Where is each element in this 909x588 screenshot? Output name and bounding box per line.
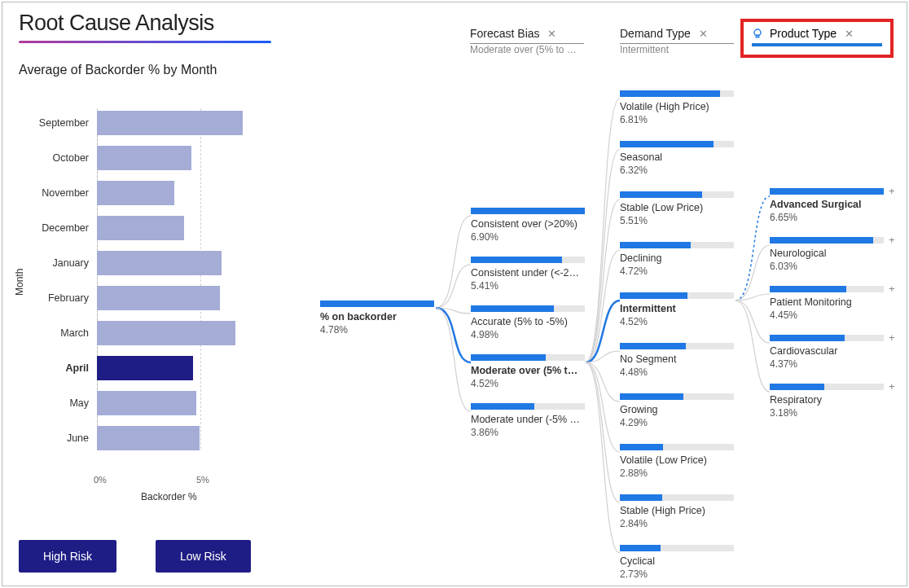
bar-row[interactable]: March [33,315,278,350]
tree-node[interactable]: Cardiovascular4.37% [770,335,884,370]
bar-category: January [33,257,97,269]
node-value: 4.78% [320,324,434,336]
node-label: Cyclical [620,555,734,568]
x-tick-5: 5% [196,475,209,485]
tree-node[interactable]: Seasonal6.32% [620,141,734,176]
decomposition-tree: Forecast Bias ✕ Moderate over (5% to … D… [312,27,898,573]
node-label: Neurological [770,248,884,261]
node-label: % on backorder [320,311,434,324]
node-value: 2.73% [620,568,734,580]
bar-fill [97,321,235,345]
bar-row[interactable]: April [33,350,278,385]
node-value: 6.65% [770,212,884,223]
expand-icon[interactable]: + [889,380,895,393]
bar-fill [97,181,174,205]
node-label: Moderate under (-5% … [471,414,585,427]
node-value: 6.90% [471,231,585,243]
bar-row[interactable]: September [33,105,278,140]
node-value: 4.29% [620,417,734,428]
node-value: 4.45% [770,309,884,321]
node-label: Moderate over (5% t… [471,365,585,378]
bar-category: October [33,152,97,164]
bar-fill [97,251,222,275]
bar-fill [97,216,184,240]
bar-fill [97,286,220,310]
node-label: Respiratory [770,394,884,407]
column-forecast-bias[interactable]: Forecast Bias ✕ Moderate over (5% to … [470,27,584,55]
node-label: Patient Monitoring [770,296,884,309]
bar-fill [97,391,196,415]
node-value: 4.72% [620,265,734,277]
tree-node[interactable]: Moderate under (-5% …3.86% [471,403,585,438]
tree-node[interactable]: Consistent under (<-2…5.41% [471,257,585,292]
bar-category: April [33,362,97,374]
tree-node[interactable]: Neurological6.03% [770,237,884,272]
tree-node[interactable]: No Segment4.48% [620,343,734,378]
tree-node[interactable]: Advanced Surgical6.65% [770,188,884,223]
col-sub: Moderate over (5% to … [470,44,584,55]
tree-node[interactable]: Intermittent4.52% [620,292,734,327]
col-sub: Intermittent [620,44,734,55]
tree-node[interactable]: Growing4.29% [620,393,734,428]
bar-row[interactable]: October [33,140,278,175]
root-node[interactable]: % on backorder 4.78% [320,301,434,336]
tree-node[interactable]: Moderate over (5% t…4.52% [471,354,585,389]
tree-node[interactable]: Volatile (Low Price)2.88% [620,444,734,479]
high-risk-button[interactable]: High Risk [19,540,116,573]
node-label: Accurate (5% to -5%) [471,316,585,329]
close-icon[interactable]: ✕ [699,28,708,40]
node-value: 4.98% [471,329,585,340]
node-label: Cardiovascular [770,345,884,358]
bar-row[interactable]: January [33,245,278,280]
node-value: 3.86% [471,427,585,438]
node-label: Intermittent [620,303,734,316]
node-value: 4.37% [770,358,884,370]
node-value: 4.52% [620,316,734,327]
bar-row[interactable]: December [33,210,278,245]
tree-node[interactable]: Accurate (5% to -5%)4.98% [471,305,585,340]
low-risk-button[interactable]: Low Risk [156,540,251,573]
tree-node[interactable]: Volatile (High Price)6.81% [620,90,734,125]
node-value: 2.84% [620,518,734,529]
node-label: Advanced Surgical [770,199,884,212]
bar-category: March [33,327,97,339]
bar-category: December [33,222,97,234]
bar-row[interactable]: November [33,175,278,210]
node-label: No Segment [620,353,734,366]
expand-icon[interactable]: + [889,185,895,197]
node-label: Growing [620,404,734,417]
col-title: Forecast Bias [470,27,540,40]
node-label: Consistent under (<-2… [471,267,585,280]
expand-icon[interactable]: + [889,234,895,246]
bar-category: June [33,432,97,444]
bar-fill [97,146,191,170]
backorder-bar-chart: Month Backorder % SeptemberOctoberNovemb… [19,100,296,499]
node-label: Consistent over (>20%) [471,218,585,231]
bar-row[interactable]: February [33,280,278,315]
node-value: 2.88% [620,467,734,479]
node-label: Stable (High Price) [620,505,734,518]
node-value: 4.52% [471,378,585,389]
node-label: Declining [620,252,734,265]
tree-node[interactable]: Stable (High Price)2.84% [620,494,734,529]
x-tick-0: 0% [94,475,107,485]
close-icon[interactable]: ✕ [547,28,556,40]
expand-icon[interactable]: + [889,283,895,295]
bar-row[interactable]: May [33,385,278,420]
tree-node[interactable]: Cyclical2.73% [620,545,734,580]
tree-node[interactable]: Patient Monitoring4.45% [770,286,884,321]
bar-category: September [33,117,97,129]
highlight-box [740,19,894,58]
bar-category: May [33,397,97,409]
node-value: 4.48% [620,366,734,378]
expand-icon[interactable]: + [889,331,895,344]
node-value: 6.32% [620,165,734,176]
tree-node[interactable]: Consistent over (>20%)6.90% [471,208,585,243]
bar-row[interactable]: June [33,420,278,455]
tree-node[interactable]: Stable (Low Price)5.51% [620,191,734,226]
tree-node[interactable]: Respiratory3.18% [770,384,884,419]
bar-fill [97,111,243,135]
node-label: Volatile (High Price) [620,101,734,114]
tree-node[interactable]: Declining4.72% [620,242,734,277]
column-demand-type[interactable]: Demand Type ✕ Intermittent [620,27,734,55]
